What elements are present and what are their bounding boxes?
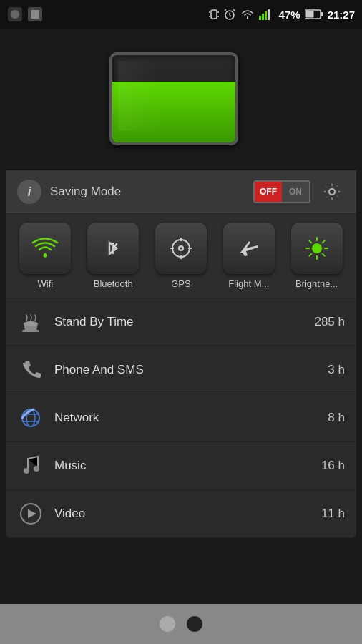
svg-point-30 xyxy=(180,248,182,250)
svg-point-1 xyxy=(11,10,19,19)
saving-mode-row[interactable]: i Saving Mode OFF ON xyxy=(6,170,356,214)
bluetooth-icon-btn[interactable] xyxy=(87,223,139,274)
flight-mode-icon xyxy=(235,234,263,263)
stat-row-standby[interactable]: Stand By Time 285 h xyxy=(6,298,356,346)
svg-rect-14 xyxy=(259,16,261,20)
gps-icon xyxy=(167,234,195,263)
quick-settings-row: Wifi Bluetooth xyxy=(6,214,356,298)
signal-icon xyxy=(259,9,275,20)
qs-bluetooth[interactable]: Bluetooth xyxy=(87,223,139,289)
wifi-icon xyxy=(31,234,59,263)
svg-line-37 xyxy=(322,254,324,256)
svg-rect-41 xyxy=(22,330,39,332)
vibrate-icon xyxy=(209,8,219,21)
phone-value: 3 h xyxy=(328,363,345,377)
qs-brightness[interactable]: Brightne... xyxy=(291,223,343,289)
svg-rect-19 xyxy=(321,12,323,16)
nav-dot-2[interactable] xyxy=(187,616,202,632)
bluetooth-label: Bluetooth xyxy=(94,278,133,289)
status-right-info: 47% 21:27 xyxy=(209,8,355,21)
phone-icon xyxy=(17,356,44,384)
bbm-icon xyxy=(27,6,43,22)
brightness-icon-btn[interactable] xyxy=(291,223,343,274)
app-icon xyxy=(7,6,23,22)
svg-line-11 xyxy=(230,15,231,16)
standby-label: Stand By Time xyxy=(54,315,304,329)
svg-point-46 xyxy=(24,468,29,474)
status-bar: 47% 21:27 xyxy=(0,0,362,29)
wifi-label: Wifi xyxy=(38,278,54,289)
gps-label: GPS xyxy=(171,278,190,289)
main-content: i Saving Mode OFF ON xyxy=(6,34,356,538)
alarm-icon xyxy=(223,8,236,21)
gps-icon-btn[interactable] xyxy=(155,223,207,274)
flight-label: Flight M... xyxy=(228,278,269,289)
svg-marker-49 xyxy=(28,509,36,518)
svg-point-42 xyxy=(22,409,39,426)
svg-rect-20 xyxy=(305,11,313,18)
battery-status-icon xyxy=(305,9,323,19)
battery-tip xyxy=(237,84,238,113)
network-label: Network xyxy=(54,411,318,425)
saving-mode-toggle[interactable]: OFF ON xyxy=(253,180,310,203)
toggle-off-label: OFF xyxy=(255,182,282,202)
wifi-status-icon xyxy=(240,9,255,20)
stat-row-video[interactable]: Video 11 h xyxy=(6,490,356,538)
music-icon xyxy=(17,452,44,479)
svg-rect-16 xyxy=(265,11,267,20)
svg-rect-3 xyxy=(31,10,39,19)
saving-mode-label: Saving Mode xyxy=(50,185,245,199)
stat-row-music[interactable]: Music 16 h xyxy=(6,442,356,490)
svg-line-39 xyxy=(309,254,311,256)
battery-section xyxy=(6,34,356,170)
svg-point-22 xyxy=(329,189,335,195)
svg-line-36 xyxy=(309,240,311,243)
flight-icon-btn[interactable] xyxy=(223,223,275,274)
phone-label: Phone And SMS xyxy=(54,363,318,377)
qs-flight[interactable]: Flight M... xyxy=(223,223,275,289)
network-value: 8 h xyxy=(328,411,345,425)
settings-icon[interactable] xyxy=(319,179,345,205)
battery-percent: 47% xyxy=(279,9,300,21)
svg-rect-17 xyxy=(268,9,270,20)
svg-point-31 xyxy=(312,243,322,253)
video-label: Video xyxy=(54,507,311,521)
bluetooth-icon xyxy=(99,234,127,263)
battery-shine xyxy=(118,61,161,131)
brightness-icon xyxy=(303,234,331,263)
qs-gps[interactable]: GPS xyxy=(155,223,207,289)
standby-icon xyxy=(17,308,44,336)
video-icon xyxy=(17,500,44,527)
svg-point-40 xyxy=(24,321,38,326)
stat-row-network[interactable]: Network 8 h xyxy=(6,394,356,442)
music-label: Music xyxy=(54,459,311,473)
clock: 21:27 xyxy=(328,9,355,21)
stats-list: Stand By Time 285 h Phone And SMS 3 h xyxy=(6,298,356,538)
bottom-nav xyxy=(0,604,362,644)
battery-body xyxy=(109,52,238,145)
nav-dot-1[interactable] xyxy=(160,616,175,632)
stat-row-phone[interactable]: Phone And SMS 3 h xyxy=(6,346,356,394)
svg-line-38 xyxy=(322,240,324,243)
info-icon[interactable]: i xyxy=(17,180,41,204)
svg-point-23 xyxy=(44,254,47,258)
svg-rect-4 xyxy=(211,10,217,19)
music-value: 16 h xyxy=(321,459,345,473)
status-left-icons xyxy=(7,6,43,22)
battery-visual xyxy=(109,52,253,152)
wifi-icon-btn[interactable] xyxy=(19,223,71,274)
svg-line-12 xyxy=(225,9,226,11)
svg-line-13 xyxy=(233,9,235,11)
video-value: 11 h xyxy=(321,507,345,521)
network-icon xyxy=(17,404,44,431)
toggle-on-label: ON xyxy=(282,182,309,202)
svg-rect-15 xyxy=(262,14,264,20)
qs-wifi[interactable]: Wifi xyxy=(19,223,71,289)
svg-point-47 xyxy=(34,466,39,472)
brightness-label: Brightne... xyxy=(295,278,338,289)
standby-value: 285 h xyxy=(314,315,345,329)
